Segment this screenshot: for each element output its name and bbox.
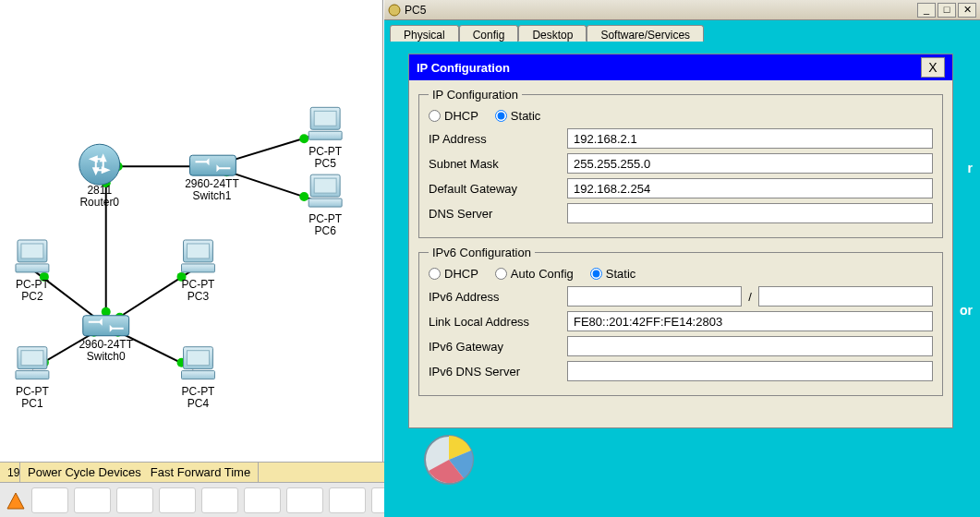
svg-point-13 — [299, 134, 309, 143]
device-thumb[interactable] — [201, 487, 238, 513]
device-thumb[interactable] — [74, 487, 111, 513]
ip-address-input[interactable] — [567, 128, 933, 149]
svg-text:PC-PT: PC-PT — [16, 385, 50, 398]
svg-text:PC-PT: PC-PT — [182, 385, 216, 398]
node-router0[interactable]: 2811 Router0 — [79, 144, 120, 209]
tab-physical[interactable]: Physical — [390, 25, 459, 42]
node-switch1[interactable]: 2960-24TT Switch1 — [185, 155, 239, 202]
node-pc3[interactable]: PC-PT PC3 — [182, 240, 216, 303]
ipv4-dhcp-radio[interactable]: DHCP — [429, 109, 478, 123]
dns-input[interactable] — [567, 203, 933, 223]
svg-text:Switch1: Switch1 — [192, 189, 231, 202]
svg-text:2811: 2811 — [87, 184, 112, 197]
gateway-input[interactable] — [567, 178, 933, 198]
ipv4-legend: IP Configuration — [429, 88, 522, 102]
svg-text:2960-24TT: 2960-24TT — [185, 177, 239, 190]
svg-text:PC-PT: PC-PT — [309, 212, 343, 225]
ip-config-close-button[interactable]: X — [921, 57, 945, 78]
svg-text:2960-24TT: 2960-24TT — [79, 338, 133, 351]
maximize-button[interactable]: □ — [938, 3, 956, 18]
ipv6-dns-input[interactable] — [567, 361, 933, 381]
prefix-slash: / — [742, 290, 758, 304]
tab-bar: Physical Config Desktop Software/Service… — [384, 20, 980, 41]
tab-desktop[interactable]: Desktop — [518, 25, 587, 42]
ip-config-window: IP Configuration X IP Configuration DHCP… — [408, 54, 953, 428]
ipv6-dhcp-radio[interactable]: DHCP — [429, 267, 478, 281]
svg-text:PC-PT: PC-PT — [182, 278, 216, 291]
traffic-generator-icon[interactable] — [417, 423, 480, 486]
ipv6-fieldset: IPv6 Configuration DHCP Auto Config Stat… — [418, 246, 943, 396]
node-pc2[interactable]: PC-PT PC2 — [16, 240, 50, 303]
minimize-button[interactable]: _ — [917, 3, 936, 18]
svg-point-24 — [79, 144, 120, 185]
ipv6-dns-label: IPv6 DNS Server — [429, 365, 567, 379]
ip-config-title: IP Configuration — [417, 61, 510, 75]
subnet-mask-input[interactable] — [567, 153, 933, 174]
device-thumb[interactable] — [329, 487, 366, 513]
svg-rect-27 — [190, 155, 236, 175]
app-icon — [388, 4, 401, 17]
node-pc1[interactable]: PC-PT PC1 — [16, 347, 50, 410]
partial-text: or — [960, 303, 973, 318]
svg-point-15 — [299, 192, 309, 201]
ipv4-fieldset: IP Configuration DHCP Static IP Address … — [418, 88, 943, 238]
node-pc4[interactable]: PC-PT PC4 — [182, 347, 216, 410]
svg-text:PC3: PC3 — [188, 290, 210, 303]
link-local-label: Link Local Address — [429, 315, 567, 329]
svg-text:PC6: PC6 — [315, 224, 337, 237]
node-switch0[interactable]: 2960-24TT Switch0 — [79, 316, 133, 363]
ipv6-address-label: IPv6 Address — [429, 290, 567, 304]
svg-text:PC-PT: PC-PT — [16, 278, 50, 291]
ipv6-address-input[interactable] — [567, 286, 742, 307]
link-local-input[interactable] — [567, 311, 933, 331]
device-thumb[interactable] — [159, 487, 196, 513]
node-pc5[interactable]: PC-PT PC5 — [309, 107, 343, 170]
subnet-mask-label: Subnet Mask — [429, 157, 567, 171]
svg-text:PC-PT: PC-PT — [309, 145, 343, 158]
device-thumb[interactable] — [31, 487, 68, 513]
selection-tool-icon[interactable] — [6, 490, 26, 511]
ipv6-gateway-input[interactable] — [567, 336, 933, 356]
ip-address-label: IP Address — [429, 132, 567, 146]
svg-point-48 — [389, 5, 400, 16]
pc-window: PC5 _ □ ✕ Physical Config Desktop Softwa… — [384, 0, 980, 517]
ipv6-prefix-input[interactable] — [758, 286, 933, 307]
device-thumb[interactable] — [244, 487, 281, 513]
svg-text:Router0: Router0 — [79, 196, 119, 209]
gateway-label: Default Gateway — [429, 182, 567, 196]
close-button[interactable]: ✕ — [958, 3, 976, 18]
device-thumb[interactable] — [116, 487, 153, 513]
status-cell-time: 19 — [0, 463, 20, 483]
power-cycle-button[interactable]: Power Cycle Devices — [28, 463, 141, 483]
ipv6-auto-radio[interactable]: Auto Config — [495, 267, 574, 281]
desktop-tab-body: IP Configuration X IP Configuration DHCP… — [390, 42, 974, 510]
node-pc6[interactable]: PC-PT PC6 — [309, 174, 343, 237]
fast-forward-button[interactable]: Fast Forward Time — [151, 463, 250, 483]
topology-canvas[interactable]: 2811 Router0 2960-24TT Switch1 2960-24TT… — [0, 0, 383, 462]
tab-config[interactable]: Config — [459, 25, 519, 42]
ipv6-static-radio[interactable]: Static — [590, 267, 636, 281]
ipv6-legend: IPv6 Configuration — [429, 246, 535, 259]
svg-text:PC2: PC2 — [21, 290, 43, 303]
svg-text:Switch0: Switch0 — [87, 350, 126, 363]
ip-config-titlebar[interactable]: IP Configuration X — [409, 54, 952, 80]
tab-software[interactable]: Software/Services — [587, 25, 704, 42]
window-title: PC5 — [405, 4, 917, 17]
svg-rect-30 — [83, 316, 129, 336]
window-titlebar[interactable]: PC5 _ □ ✕ — [384, 0, 980, 20]
device-thumb[interactable] — [286, 487, 323, 513]
svg-text:PC4: PC4 — [188, 397, 210, 410]
svg-text:PC1: PC1 — [21, 397, 43, 410]
svg-text:PC5: PC5 — [315, 157, 337, 170]
dns-label: DNS Server — [429, 207, 567, 221]
ipv6-gateway-label: IPv6 Gateway — [429, 340, 567, 354]
ipv4-static-radio[interactable]: Static — [495, 109, 541, 123]
partial-text: r — [968, 161, 973, 175]
